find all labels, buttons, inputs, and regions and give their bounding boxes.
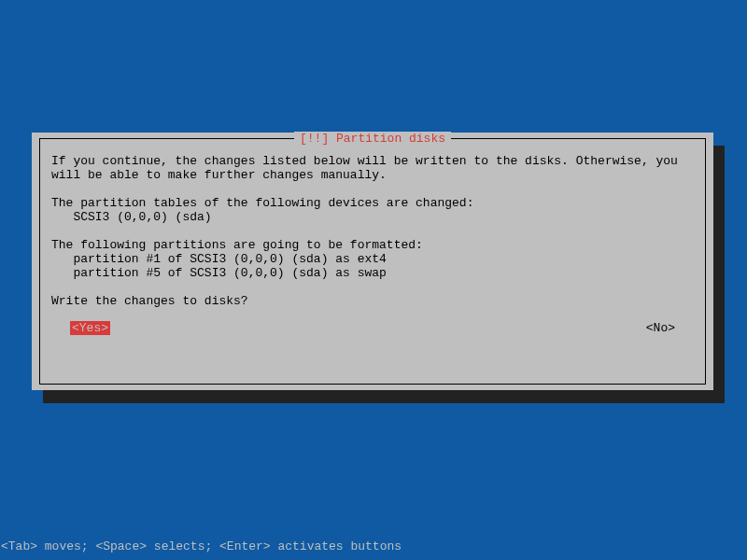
title-wrap: [!!] Partition disks bbox=[40, 132, 705, 146]
no-button[interactable]: <No> bbox=[646, 321, 675, 335]
dialog-border: [!!] Partition disks If you continue, th… bbox=[39, 138, 706, 385]
help-bar: <Tab> moves; <Space> selects; <Enter> ac… bbox=[0, 539, 402, 553]
dialog: [!!] Partition disks If you continue, th… bbox=[32, 133, 713, 390]
format-heading: The following partitions are going to be… bbox=[51, 238, 423, 252]
dialog-title: [!!] Partition disks bbox=[294, 132, 451, 146]
tables-heading: The partition tables of the following de… bbox=[51, 196, 473, 210]
yes-button[interactable]: <Yes> bbox=[70, 321, 110, 335]
tables-list: SCSI3 (0,0,0) (sda) bbox=[51, 210, 212, 224]
question-text: Write the changes to disks? bbox=[51, 294, 248, 308]
intro-text: If you continue, the changes listed belo… bbox=[51, 154, 678, 182]
format-list: partition #1 of SCSI3 (0,0,0) (sda) as e… bbox=[51, 252, 387, 280]
button-row: <Yes> <No> bbox=[51, 321, 694, 335]
dialog-body: If you continue, the changes listed belo… bbox=[51, 147, 694, 308]
